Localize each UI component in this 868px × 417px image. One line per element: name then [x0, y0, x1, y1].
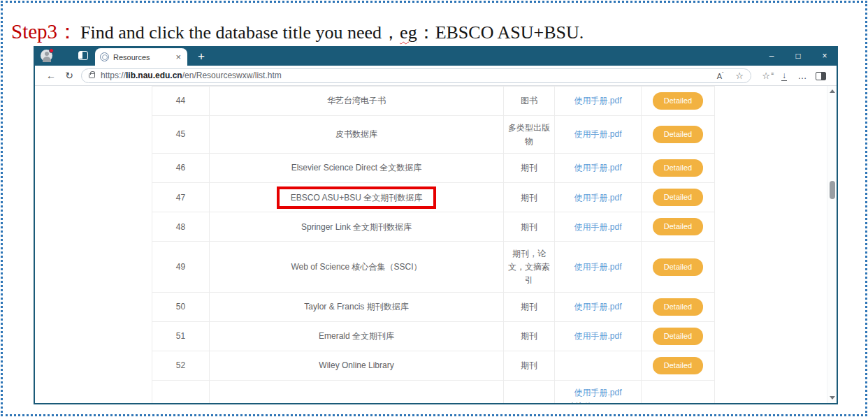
browser-titlebar: Resources × + – □ × [34, 46, 838, 66]
tab-close-icon[interactable]: × [174, 52, 182, 61]
detailed-button[interactable]: Detailed [653, 126, 703, 143]
back-button[interactable]: ← [42, 70, 60, 81]
manual-pdf-link[interactable]: 使用手册.pdf [574, 386, 621, 400]
row-number: 48 [152, 212, 210, 242]
row-number: 49 [152, 242, 210, 293]
resource-type: 期刊 [504, 212, 555, 242]
browser-tab-resources[interactable]: Resources × [95, 48, 187, 66]
resource-table-body: 44 华艺台湾电子书 图书 使用手册.pdf Detailed 45 皮书数据库… [152, 87, 715, 404]
instruction-text-before: Find and click the database title you ne… [80, 22, 400, 43]
manual-pdf-link[interactable]: 使用手册.pdf [574, 128, 621, 141]
detailed-button[interactable]: Detailed [653, 218, 703, 235]
favorite-star-icon[interactable]: ☆ [735, 71, 744, 81]
table-row: 49 Web of Science 核心合集（SSCI） 期刊，论文，文摘索引 … [152, 242, 715, 293]
manual-pdf-link[interactable]: 使用手册.pdf [574, 191, 621, 205]
resources-table: 44 华艺台湾电子书 图书 使用手册.pdf Detailed 45 皮书数据库… [152, 86, 715, 403]
detailed-button[interactable]: Detailed [653, 328, 703, 345]
database-title-link[interactable]: EBSCO ASU+BSU 全文期刊数据库 [277, 186, 436, 210]
step-instruction: Step3： Find and click the database title… [11, 18, 584, 46]
tab-title: Resources [113, 53, 174, 61]
row-number: 52 [152, 351, 210, 381]
site-favicon-icon [100, 52, 109, 61]
manual-cell [555, 351, 642, 381]
notification-dot [49, 48, 54, 53]
manual-cell: 使用手册.pdf [555, 322, 642, 351]
minimize-button[interactable]: – [767, 51, 776, 61]
manual-cell: 使用手册.pdf [555, 154, 642, 183]
maximize-button[interactable]: □ [793, 51, 803, 61]
instruction-eg-word: eg [400, 22, 417, 43]
manual-cell: 使用手册.pdf [555, 242, 642, 293]
scroll-down-arrow-icon[interactable] [830, 396, 835, 400]
table-row: 53 SAGE 数据库 期刊 使用手册.pdf 建议使用Edge，Chrome等… [152, 381, 715, 403]
resource-type: 期刊 [504, 154, 555, 183]
address-bar[interactable]: https://lib.nau.edu.cn/en/Resourceswxw/l… [81, 68, 751, 83]
database-title-link[interactable]: Web of Science 核心合集（SSCI） [291, 261, 421, 274]
url-scheme: https:// [101, 71, 126, 80]
table-row: 48 Springer Link 全文期刊数据库 期刊 使用手册.pdf Det… [152, 212, 715, 242]
favorites-hub-icon[interactable]: ☆≡ [757, 71, 775, 81]
manual-cell: 使用手册.pdf [555, 183, 642, 212]
more-menu-icon[interactable]: … [793, 71, 811, 81]
browser-window: Resources × + – □ × ← ↻ https://lib.nau.… [34, 46, 838, 404]
table-row: 51 Emerald 全文期刊库 期刊 使用手册.pdf Detailed [152, 322, 715, 351]
table-row: 46 Elsevier Science Direct 全文数据库 期刊 使用手册… [152, 154, 715, 183]
manual-pdf-link[interactable]: 使用手册.pdf [574, 300, 621, 314]
table-row: 45 皮书数据库 多类型出版物 使用手册.pdf Detailed [152, 116, 715, 154]
step-label: Step3： [11, 20, 78, 43]
database-title-link[interactable]: Taylor & Francis 期刊数据库 [304, 300, 408, 314]
manual-cell: 使用手册.pdf [555, 212, 642, 242]
manual-cell: 使用手册.pdf [555, 293, 642, 322]
row-number: 51 [152, 322, 210, 351]
detailed-button[interactable]: Detailed [653, 92, 703, 110]
manual-cell: 使用手册.pdf 建议使用Edge，Chrome等浏览器浏览 [555, 381, 642, 403]
database-title-link[interactable]: Springer Link 全文期刊数据库 [301, 221, 412, 234]
instruction-text: Find and click the database title you ne… [80, 22, 584, 43]
scroll-up-arrow-icon[interactable] [830, 89, 835, 93]
row-number: 46 [152, 154, 210, 183]
manual-pdf-link[interactable]: 使用手册.pdf [574, 330, 621, 343]
row-number: 44 [152, 87, 210, 116]
instruction-text-after: ：EBSCO ASU+BSU. [417, 22, 584, 43]
manual-pdf-link[interactable]: 使用手册.pdf [574, 161, 621, 175]
manual-pdf-link[interactable]: 使用手册.pdf [574, 261, 621, 274]
url-domain: lib.nau.edu.cn [126, 71, 182, 80]
manual-pdf-link[interactable]: 使用手册.pdf [574, 221, 621, 234]
url-text: https://lib.nau.edu.cn/en/Resourceswxw/l… [101, 71, 282, 80]
detailed-button[interactable]: Detailed [653, 298, 703, 316]
outer-dashed-frame: Step3： Find and click the database title… [1, 1, 867, 416]
database-title-link[interactable]: Elsevier Science Direct 全文数据库 [291, 161, 422, 175]
row-number: 50 [152, 293, 210, 322]
database-title-link[interactable]: Wiley Online Library [319, 359, 393, 372]
tab-workspaces-icon[interactable] [78, 51, 88, 60]
database-title-link[interactable]: Emerald 全文期刊库 [319, 330, 394, 343]
table-row: 50 Taylor & Francis 期刊数据库 期刊 使用手册.pdf De… [152, 293, 715, 322]
downloads-icon[interactable]: ↓ [775, 70, 793, 82]
resource-type: 期刊，论文，文摘索引 [504, 242, 555, 293]
new-tab-button[interactable]: + [193, 48, 210, 65]
resource-type: 期刊 [504, 183, 555, 212]
table-row: 52 Wiley Online Library 期刊 Detailed [152, 351, 715, 381]
profile-avatar[interactable] [41, 50, 52, 61]
detailed-button[interactable]: Detailed [653, 258, 703, 276]
database-title-link[interactable]: 华艺台湾电子书 [327, 94, 386, 108]
browser-toolbar: ← ↻ https://lib.nau.edu.cn/en/Resourcesw… [35, 66, 837, 86]
detailed-button[interactable]: Detailed [653, 159, 703, 177]
manual-pdf-link[interactable]: 使用手册.pdf [574, 94, 621, 108]
resource-type: 期刊 [504, 293, 555, 322]
manual-note: 建议使用Edge，Chrome等浏览器浏览 [559, 400, 637, 403]
database-title-link[interactable]: 皮书数据库 [335, 128, 377, 141]
resource-type: 期刊 [504, 351, 555, 381]
page-content: 44 华艺台湾电子书 图书 使用手册.pdf Detailed 45 皮书数据库… [35, 86, 837, 403]
scrollbar-thumb[interactable] [830, 181, 835, 199]
refresh-button[interactable]: ↻ [60, 70, 78, 81]
detailed-button[interactable]: Detailed [653, 357, 703, 374]
vertical-scrollbar[interactable] [827, 86, 837, 403]
resource-type: 期刊 [504, 322, 555, 351]
close-button[interactable]: × [820, 51, 830, 61]
read-aloud-icon[interactable]: Aˆ [717, 71, 724, 80]
window-controls: – □ × [767, 46, 830, 66]
table-row: 47 EBSCO ASU+BSU 全文期刊数据库 期刊 使用手册.pdf Det… [152, 183, 715, 212]
split-screen-icon[interactable] [811, 71, 830, 81]
detailed-button[interactable]: Detailed [653, 189, 703, 206]
